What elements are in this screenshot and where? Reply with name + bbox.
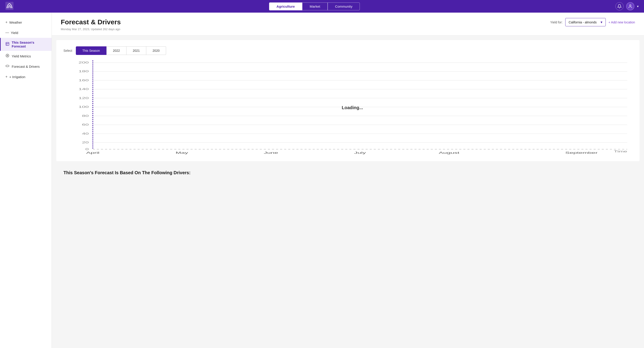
sidebar-item-this-seasons-forecast[interactable]: This Season's Forecast	[0, 38, 52, 51]
svg-text:April: April	[86, 151, 100, 154]
yield-for-section: Yield for: California - almonds ▾ + Add …	[550, 18, 635, 26]
page-header-left: Forecast & Drivers Monday Mar 27, 2023, …	[61, 18, 121, 31]
svg-text:60: 60	[82, 123, 89, 126]
sidebar-irrigation-label: + Irrigation	[9, 75, 25, 79]
svg-text:100: 100	[78, 105, 89, 108]
sidebar-item-yield[interactable]: — Yield	[0, 28, 52, 38]
nav-tab-agriculture[interactable]: Agriculture	[269, 2, 302, 10]
svg-point-1	[630, 5, 631, 6]
svg-rect-0	[6, 2, 14, 10]
top-nav: Agriculture Market Community ▾	[0, 0, 644, 12]
page-title: Forecast & Drivers	[61, 18, 121, 26]
forecast-drivers-icon	[6, 64, 10, 69]
this-seasons-forecast-label: This Season's Forecast	[12, 40, 46, 48]
svg-text:July: July	[354, 151, 366, 154]
season-tab-2021[interactable]: 2021	[126, 46, 146, 55]
minus-icon: —	[6, 30, 9, 35]
yield-dropdown-chevron-icon: ▾	[600, 20, 602, 24]
app-logo	[6, 2, 14, 11]
loading-text: Loading...	[342, 105, 363, 110]
sidebar-yield-label: Yield	[11, 31, 18, 35]
page-subtitle: Monday Mar 27, 2023, Updated 262 days ag…	[61, 28, 121, 31]
yield-for-label: Yield for:	[550, 20, 562, 24]
svg-text:20: 20	[82, 141, 89, 144]
svg-text:September: September	[565, 151, 598, 154]
svg-text:80: 80	[82, 114, 89, 117]
drivers-title: This Season's Forecast Is Based On The F…	[64, 170, 632, 175]
sidebar: + Weather — Yield This Season's Forecast	[0, 12, 52, 348]
svg-text:140: 140	[78, 88, 89, 90]
svg-text:Time: Time	[614, 150, 627, 153]
svg-point-4	[7, 55, 8, 56]
svg-text:May: May	[176, 151, 188, 154]
svg-text:160: 160	[78, 79, 89, 82]
sidebar-item-forecast-drivers[interactable]: Forecast & Drivers	[0, 61, 52, 72]
sidebar-weather-label: Weather	[9, 20, 22, 24]
svg-text:200: 200	[78, 61, 89, 64]
nav-tab-market[interactable]: Market	[302, 2, 328, 10]
yield-metrics-label: Yield Metrics	[12, 54, 31, 58]
drivers-section: This Season's Forecast Is Based On The F…	[52, 166, 644, 180]
page-layout: + Weather — Yield This Season's Forecast	[0, 0, 644, 348]
svg-rect-2	[6, 42, 9, 46]
season-tab-this-season[interactable]: This Season	[76, 46, 106, 55]
yield-location-dropdown[interactable]: California - almonds ▾	[565, 18, 606, 26]
season-tabs: This Season 2022 2021 2020	[76, 46, 166, 55]
season-select-row: Select This Season 2022 2021 2020	[64, 46, 632, 55]
sidebar-item-weather[interactable]: + Weather	[0, 17, 52, 28]
user-avatar[interactable]	[626, 2, 634, 10]
page-header: Forecast & Drivers Monday Mar 27, 2023, …	[52, 12, 644, 36]
svg-text:August: August	[439, 151, 460, 154]
svg-text:180: 180	[78, 70, 89, 73]
forecast-icon	[6, 42, 10, 47]
select-label: Select	[64, 49, 72, 52]
svg-point-3	[6, 54, 9, 57]
main-content: Forecast & Drivers Monday Mar 27, 2023, …	[52, 12, 644, 348]
yield-metrics-icon	[6, 54, 10, 58]
nav-tabs: Agriculture Market Community	[269, 2, 360, 10]
user-menu-chevron[interactable]: ▾	[637, 4, 638, 8]
plus-icon: +	[6, 20, 8, 24]
svg-text:0: 0	[85, 148, 89, 150]
sidebar-item-yield-metrics[interactable]: Yield Metrics	[0, 51, 52, 61]
nav-right: ▾	[616, 2, 638, 10]
chart-area: lbs/acre 200 180 160 140	[72, 60, 632, 155]
svg-text:40: 40	[82, 132, 89, 135]
yield-location-text: California - almonds	[568, 20, 597, 24]
add-location-link[interactable]: + Add new location	[608, 20, 635, 24]
svg-point-5	[6, 65, 9, 67]
sidebar-item-irrigation[interactable]: + + Irrigation	[0, 72, 52, 82]
plus-icon-2: +	[6, 75, 8, 79]
chart-container: Select This Season 2022 2021 2020 lbs/ac…	[56, 40, 640, 161]
season-tab-2022[interactable]: 2022	[106, 46, 126, 55]
bell-icon[interactable]	[616, 2, 624, 10]
svg-text:June: June	[264, 151, 278, 154]
forecast-drivers-label: Forecast & Drivers	[12, 64, 40, 68]
season-tab-2020[interactable]: 2020	[146, 46, 166, 55]
nav-tab-community[interactable]: Community	[328, 2, 360, 10]
svg-text:120: 120	[78, 96, 89, 100]
